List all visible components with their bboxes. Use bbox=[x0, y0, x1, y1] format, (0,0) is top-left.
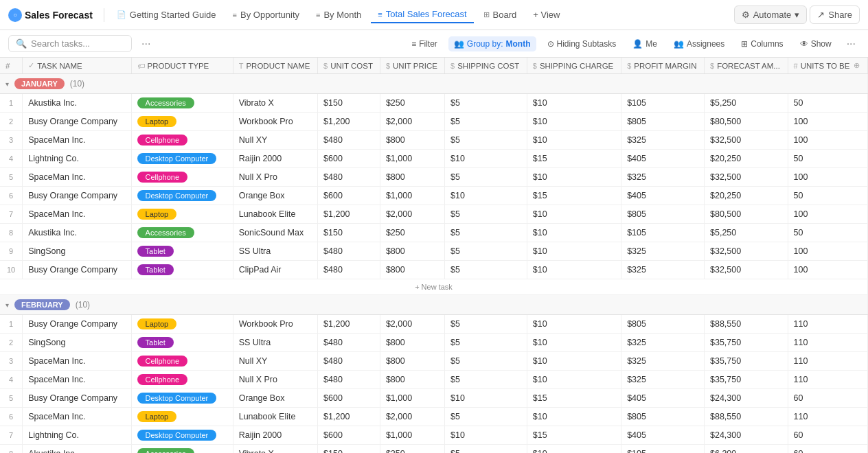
row-product-type: Accessories bbox=[131, 94, 233, 113]
hiding-subtasks-label: Hiding Subtasks bbox=[557, 39, 617, 49]
new-task-row-0[interactable]: + New task bbox=[0, 279, 868, 295]
row-forecast-amount: $80,500 bbox=[705, 205, 788, 224]
row-forecast-amount: $88,550 bbox=[705, 408, 788, 426]
me-button[interactable]: 👤 Me bbox=[627, 36, 663, 51]
row-task-name[interactable]: Akustika Inc. bbox=[23, 224, 131, 242]
table-row[interactable]: 7 Lightning Co. Desktop Computer Raijin … bbox=[0, 426, 868, 445]
group-by-label: Group by: bbox=[467, 39, 503, 49]
row-units: 110 bbox=[788, 371, 867, 389]
table-row[interactable]: 8 Akustika Inc. Accessories Vibrato X $1… bbox=[0, 445, 868, 454]
filter-button[interactable]: ≡ Filter bbox=[406, 36, 443, 51]
tab-add-view[interactable]: + View bbox=[526, 7, 567, 23]
share-button[interactable]: ↗ Share bbox=[810, 5, 860, 24]
tab-total-sales-forecast-label: Total Sales Forecast bbox=[386, 9, 467, 19]
table-row[interactable]: 6 SpaceMan Inc. Laptop Lunabook Elite $1… bbox=[0, 408, 868, 426]
row-product-name: Orange Box bbox=[233, 187, 317, 205]
row-product-type: Cellphone bbox=[131, 131, 233, 150]
row-num: 6 bbox=[0, 187, 23, 205]
row-task-name[interactable]: Busy Orange Company bbox=[23, 389, 131, 408]
assignees-button[interactable]: 👥 Assignees bbox=[668, 36, 730, 51]
row-product-type: Laptop bbox=[131, 205, 233, 224]
row-units: 60 bbox=[788, 426, 867, 445]
row-product-name: Null XY bbox=[233, 131, 317, 150]
row-product-name: Null X Pro bbox=[233, 371, 317, 389]
row-task-name[interactable]: SpaceMan Inc. bbox=[23, 131, 131, 150]
col-header-product-name: TPRODUCT NAME bbox=[233, 58, 317, 74]
row-unit-price: $800 bbox=[380, 371, 444, 389]
row-unit-price: $250 bbox=[380, 94, 444, 113]
row-task-name[interactable]: Lightning Co. bbox=[23, 426, 131, 445]
tab-by-opportunity[interactable]: ≡ By Opportunity bbox=[226, 7, 306, 23]
automate-button[interactable]: ⚙ Automate ▾ bbox=[734, 5, 808, 24]
tab-by-month[interactable]: ≡ By Month bbox=[309, 7, 368, 23]
assignees-icon: 👥 bbox=[674, 39, 684, 49]
table-row[interactable]: 5 Busy Orange Company Desktop Computer O… bbox=[0, 389, 868, 408]
row-num: 2 bbox=[0, 334, 23, 352]
new-task-button[interactable]: + New task bbox=[0, 279, 868, 295]
table-row[interactable]: 5 SpaceMan Inc. Cellphone Null X Pro $48… bbox=[0, 168, 868, 187]
table-row[interactable]: 4 Lightning Co. Desktop Computer Raijin … bbox=[0, 150, 868, 168]
row-unit-cost: $1,200 bbox=[318, 315, 380, 334]
row-task-name[interactable]: Busy Orange Company bbox=[23, 113, 131, 131]
row-num: 10 bbox=[0, 261, 23, 279]
row-task-name[interactable]: Lightning Co. bbox=[23, 150, 131, 168]
section-toggle-chevron-1[interactable]: ▾ bbox=[5, 301, 9, 309]
section-toggle-chevron-0[interactable]: ▾ bbox=[5, 80, 9, 88]
row-task-name[interactable]: SpaceMan Inc. bbox=[23, 168, 131, 187]
row-task-name[interactable]: Akustika Inc. bbox=[23, 445, 131, 454]
row-num: 7 bbox=[0, 205, 23, 224]
search-box[interactable]: 🔍 Search tasks... bbox=[8, 35, 132, 52]
table-row[interactable]: 2 SingSong Tablet SS Ultra $480 $800 $5 … bbox=[0, 334, 868, 352]
table-row[interactable]: 1 Busy Orange Company Laptop Workbook Pr… bbox=[0, 315, 868, 334]
table-row[interactable]: 3 SpaceMan Inc. Cellphone Null XY $480 $… bbox=[0, 131, 868, 150]
row-product-type: Laptop bbox=[131, 113, 233, 131]
col-header-unit-price: $UNIT PRICE bbox=[380, 58, 444, 74]
row-task-name[interactable]: SingSong bbox=[23, 334, 131, 352]
row-task-name[interactable]: Busy Orange Company bbox=[23, 315, 131, 334]
row-task-name[interactable]: Busy Orange Company bbox=[23, 261, 131, 279]
table-row[interactable]: 8 Akustika Inc. Accessories SonicSound M… bbox=[0, 224, 868, 242]
extra-more-icon[interactable]: ··· bbox=[843, 36, 860, 51]
row-unit-price: $1,000 bbox=[380, 150, 444, 168]
table-row[interactable]: 10 Busy Orange Company Tablet ClipPad Ai… bbox=[0, 261, 868, 279]
row-forecast-amount: $32,500 bbox=[705, 261, 788, 279]
row-unit-cost: $600 bbox=[318, 187, 380, 205]
section-badge-1: FEBRUARY bbox=[14, 299, 70, 310]
row-task-name[interactable]: SpaceMan Inc. bbox=[23, 371, 131, 389]
show-button[interactable]: 👁 Show bbox=[795, 36, 837, 51]
row-profit-margin: $405 bbox=[621, 187, 705, 205]
tab-total-sales-forecast[interactable]: ≡ Total Sales Forecast bbox=[371, 6, 473, 23]
tab-board[interactable]: ⊞ Board bbox=[477, 7, 524, 23]
table-row[interactable]: 6 Busy Orange Company Desktop Computer O… bbox=[0, 187, 868, 205]
nav-divider bbox=[104, 8, 104, 22]
row-units: 60 bbox=[788, 389, 867, 408]
row-product-type: Cellphone bbox=[131, 352, 233, 371]
row-num: 5 bbox=[0, 389, 23, 408]
row-task-name[interactable]: SpaceMan Inc. bbox=[23, 352, 131, 371]
top-nav: ○ Sales Forecast 📄 Getting Started Guide… bbox=[0, 0, 868, 30]
table-row[interactable]: 2 Busy Orange Company Laptop Workbook Pr… bbox=[0, 113, 868, 131]
row-task-name[interactable]: SingSong bbox=[23, 242, 131, 261]
row-units: 110 bbox=[788, 334, 867, 352]
columns-button[interactable]: ⊞ Columns bbox=[735, 36, 788, 51]
table-row[interactable]: 7 SpaceMan Inc. Laptop Lunabook Elite $1… bbox=[0, 205, 868, 224]
tab-getting-started[interactable]: 📄 Getting Started Guide bbox=[110, 7, 223, 23]
list-icon-3: ≡ bbox=[378, 10, 382, 19]
row-ship-charge: $15 bbox=[527, 187, 621, 205]
table-row[interactable]: 4 SpaceMan Inc. Cellphone Null X Pro $48… bbox=[0, 371, 868, 389]
row-task-name[interactable]: SpaceMan Inc. bbox=[23, 205, 131, 224]
row-task-name[interactable]: SpaceMan Inc. bbox=[23, 408, 131, 426]
hiding-subtasks-button[interactable]: ⊙ Hiding Subtasks bbox=[542, 36, 622, 51]
assignees-label: Assignees bbox=[687, 39, 724, 49]
row-unit-cost: $480 bbox=[318, 334, 380, 352]
row-forecast-amount: $32,500 bbox=[705, 131, 788, 150]
more-options-icon[interactable]: ··· bbox=[137, 36, 155, 51]
table-row[interactable]: 1 Akustika Inc. Accessories Vibrato X $1… bbox=[0, 94, 868, 113]
group-by-button[interactable]: 👥 Group by: Month bbox=[448, 36, 536, 51]
row-units: 50 bbox=[788, 187, 867, 205]
row-task-name[interactable]: Akustika Inc. bbox=[23, 94, 131, 113]
tab-board-label: Board bbox=[493, 10, 517, 20]
table-row[interactable]: 9 SingSong Tablet SS Ultra $480 $800 $5 … bbox=[0, 242, 868, 261]
table-row[interactable]: 3 SpaceMan Inc. Cellphone Null XY $480 $… bbox=[0, 352, 868, 371]
row-task-name[interactable]: Busy Orange Company bbox=[23, 187, 131, 205]
